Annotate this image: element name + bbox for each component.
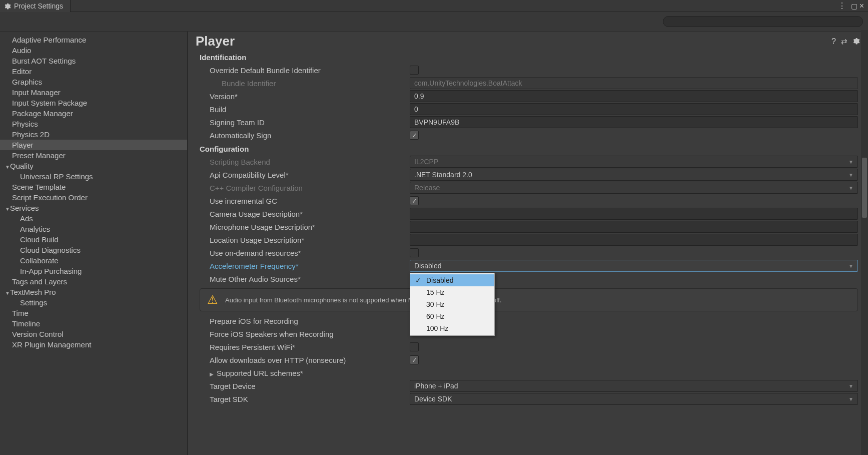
warning-icon: ⚠	[207, 293, 218, 307]
kebab-menu-icon[interactable]: ⋮	[838, 1, 846, 11]
gear-icon	[4, 3, 11, 10]
sidebar-item-settings[interactable]: Settings	[0, 297, 187, 308]
label-force-speakers: Force iOS Speakers when Recording	[200, 330, 410, 338]
scrollbar-thumb[interactable]	[862, 158, 867, 218]
sidebar-item-label: Graphics	[12, 78, 42, 86]
sidebar-item-label: Audio	[12, 46, 31, 55]
checkbox-incremental-gc[interactable]: ✓	[410, 196, 419, 205]
input-mic-usage[interactable]	[410, 221, 858, 233]
input-version[interactable]	[410, 90, 858, 102]
sidebar-item-label: Services	[10, 204, 39, 212]
popup-item-30-hz[interactable]: 30 Hz	[410, 298, 494, 310]
label-target-device: Target Device	[200, 382, 410, 390]
foldout-arrow-icon[interactable]: ▶	[210, 371, 216, 377]
popup-item-100-hz[interactable]: 100 Hz	[410, 322, 494, 334]
sidebar-item-services[interactable]: ▼Services	[0, 203, 187, 213]
sidebar-item-package-manager[interactable]: Package Manager	[0, 108, 187, 119]
sidebar-item-label: XR Plugin Management	[12, 340, 91, 349]
sidebar-item-label: Collaborate	[20, 256, 59, 265]
sidebar-item-version-control[interactable]: Version Control	[0, 329, 187, 339]
checkbox-override-bundle[interactable]	[410, 66, 419, 75]
sidebar-item-player[interactable]: Player	[0, 140, 187, 150]
dropdown-cpp-compiler: Release▼	[410, 182, 858, 194]
input-location-usage[interactable]	[410, 234, 858, 246]
sidebar-item-input-system-package[interactable]: Input System Package	[0, 98, 187, 108]
chevron-down-icon: ▼	[848, 185, 853, 191]
popup-item-60-hz[interactable]: 60 Hz	[410, 310, 494, 322]
sidebar-item-physics-2d[interactable]: Physics 2D	[0, 129, 187, 140]
dropdown-target-device[interactable]: iPhone + iPad▼	[410, 380, 858, 392]
sidebar-item-xr-plugin-management[interactable]: XR Plugin Management	[0, 339, 187, 350]
sidebar-item-scene-template[interactable]: Scene Template	[0, 182, 187, 192]
tab-label: Project Settings	[14, 2, 63, 10]
dropdown-accel-freq[interactable]: Disabled▼	[410, 260, 858, 272]
chevron-down-icon: ▼	[848, 172, 853, 178]
sidebar-item-graphics[interactable]: Graphics	[0, 77, 187, 87]
tab-project-settings[interactable]: Project Settings	[0, 0, 71, 12]
search-input[interactable]	[663, 16, 863, 27]
sidebar-item-universal-rp-settings[interactable]: Universal RP Settings	[0, 171, 187, 182]
sidebar-item-label: Tags and Layers	[12, 277, 67, 286]
sidebar-item-quality[interactable]: ▼Quality	[0, 161, 187, 171]
sidebar-item-label: Version Control	[12, 330, 64, 338]
sidebar-item-time[interactable]: Time	[0, 308, 187, 318]
sidebar-item-textmesh-pro[interactable]: ▼TextMesh Pro	[0, 287, 187, 297]
label-mute-audio: Mute Other Audio Sources*	[200, 275, 410, 283]
label-allow-http: Allow downloads over HTTP (nonsecure)	[200, 356, 410, 364]
sidebar-item-cloud-build[interactable]: Cloud Build	[0, 234, 187, 245]
label-location-usage: Location Usage Description*	[200, 236, 410, 244]
sidebar-item-input-manager[interactable]: Input Manager	[0, 87, 187, 98]
popup-item-disabled[interactable]: Disabled	[410, 274, 494, 286]
checkbox-persistent-wifi[interactable]	[410, 342, 419, 351]
sidebar-item-label: Scene Template	[12, 183, 66, 191]
maximize-icon[interactable]: ▢	[851, 2, 857, 10]
label-prepare-ios: Prepare iOS for Recording	[200, 317, 410, 325]
label-version: Version*	[200, 92, 410, 101]
input-bundle-id	[410, 77, 858, 89]
input-camera-usage[interactable]	[410, 208, 858, 220]
label-cpp-compiler: C++ Compiler Configuration	[200, 184, 410, 192]
sidebar-item-in-app-purchasing[interactable]: In-App Purchasing	[0, 266, 187, 276]
sidebar-item-script-execution-order[interactable]: Script Execution Order	[0, 192, 187, 203]
sidebar-item-analytics[interactable]: Analytics	[0, 224, 187, 234]
dropdown-api-compat[interactable]: .NET Standard 2.0▼	[410, 169, 858, 181]
foldout-icon[interactable]: ▼	[5, 164, 10, 170]
sidebar-item-audio[interactable]: Audio	[0, 45, 187, 56]
checkbox-on-demand[interactable]	[410, 248, 419, 257]
chevron-down-icon: ▼	[848, 383, 853, 389]
settings-icon[interactable]	[852, 37, 860, 46]
sidebar-item-label: Time	[12, 309, 29, 317]
checkbox-auto-sign[interactable]: ✓	[410, 131, 419, 140]
label-signing-team: Signing Team ID	[200, 118, 410, 127]
input-build[interactable]	[410, 103, 858, 115]
preset-icon[interactable]: ⇄	[841, 37, 847, 46]
sidebar-item-adaptive-performance[interactable]: Adaptive Performance	[0, 35, 187, 45]
popup-item-15-hz[interactable]: 15 Hz	[410, 286, 494, 298]
sidebar-item-collaborate[interactable]: Collaborate	[0, 255, 187, 266]
sidebar-item-label: Quality	[10, 162, 34, 170]
foldout-icon[interactable]: ▼	[5, 290, 10, 296]
help-icon[interactable]: ?	[831, 37, 836, 46]
scrollbar-vertical[interactable]	[861, 32, 868, 455]
close-icon[interactable]: ×	[859, 2, 864, 11]
label-on-demand: Use on-demand resources*	[200, 249, 410, 257]
foldout-icon[interactable]: ▼	[5, 206, 10, 212]
sidebar-item-label: Physics	[12, 120, 38, 128]
sidebar-item-timeline[interactable]: Timeline	[0, 318, 187, 329]
sidebar-item-tags-and-layers[interactable]: Tags and Layers	[0, 276, 187, 287]
dropdown-target-sdk[interactable]: Device SDK▼	[410, 393, 858, 405]
input-signing-team[interactable]	[410, 116, 858, 128]
sidebar-item-editor[interactable]: Editor	[0, 66, 187, 77]
sidebar-item-burst-aot-settings[interactable]: Burst AOT Settings	[0, 56, 187, 66]
sidebar-item-preset-manager[interactable]: Preset Manager	[0, 150, 187, 161]
label-accel-freq: Accelerometer Frequency*	[200, 262, 410, 270]
sidebar-item-label: Physics 2D	[12, 130, 50, 139]
sidebar-item-cloud-diagnostics[interactable]: Cloud Diagnostics	[0, 245, 187, 255]
sidebar-item-label: Editor	[12, 67, 32, 76]
sidebar-item-physics[interactable]: Physics	[0, 119, 187, 129]
checkbox-allow-http[interactable]: ✓	[410, 355, 419, 364]
sidebar-item-label: Input Manager	[12, 88, 61, 97]
sidebar-item-ads[interactable]: Ads	[0, 213, 187, 224]
sidebar-item-label: Cloud Diagnostics	[20, 246, 81, 254]
sidebar-item-label: Package Manager	[12, 109, 73, 118]
